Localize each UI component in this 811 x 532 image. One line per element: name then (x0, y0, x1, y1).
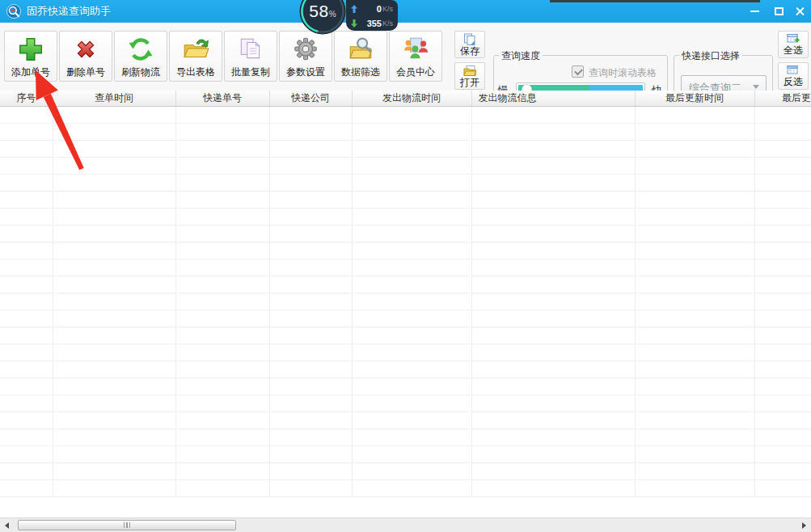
table-cell (471, 412, 635, 429)
table-cell (352, 106, 471, 123)
save-button[interactable]: 保存 (454, 31, 485, 58)
table-cell (635, 429, 754, 445)
button-label: 打开 (460, 78, 479, 88)
table-row (0, 344, 811, 361)
table-cell (53, 344, 175, 361)
member-center-button[interactable]: 会员中心 (389, 31, 442, 82)
table-cell (175, 429, 269, 445)
upload-arrow-icon (351, 5, 357, 13)
table-row (0, 479, 811, 496)
table-cell (352, 412, 471, 429)
button-label: 会员中心 (396, 66, 435, 78)
table-cell (471, 225, 635, 242)
maximize-button[interactable] (771, 4, 787, 19)
table-cell (635, 395, 754, 412)
scrollbar-thumb[interactable] (18, 520, 236, 530)
table-cell (269, 429, 352, 445)
delete-number-button[interactable]: 删除单号 (59, 31, 112, 82)
table-cell (754, 276, 811, 293)
table-cell (471, 123, 635, 140)
add-number-button[interactable]: 添加单号 (4, 31, 57, 82)
background-window-sliver (550, 0, 760, 2)
column-header-last-update-info[interactable]: 最后更新物流 (754, 91, 811, 106)
table-cell (471, 429, 635, 445)
data-filter-button[interactable]: 数据筛选 (334, 31, 387, 82)
table-cell (175, 361, 269, 378)
table-cell (53, 395, 175, 412)
table-row (0, 157, 811, 174)
table-cell (0, 293, 53, 310)
column-header-express-company[interactable]: 快递公司 (269, 91, 352, 106)
table-cell (471, 106, 635, 123)
table-cell (175, 395, 269, 412)
horizontal-scrollbar[interactable] (0, 517, 811, 532)
invert-select-button[interactable]: 反选 (778, 62, 809, 90)
table-cell (352, 479, 471, 496)
table-cell (352, 327, 471, 344)
table-cell (53, 174, 175, 191)
column-header-index[interactable]: 序号 (0, 91, 53, 106)
table-cell (471, 242, 635, 259)
table-cell (635, 412, 754, 429)
column-header-dispatch-info[interactable]: 发出物流信息 (471, 91, 635, 106)
table-cell (175, 310, 269, 327)
table-cell (269, 106, 352, 123)
select-all-button[interactable]: 全选 (778, 31, 809, 58)
scroll-left-button[interactable] (0, 518, 14, 532)
column-header-query-time[interactable]: 查单时间 (53, 91, 175, 106)
results-grid: 序号 查单时间 快递单号 快递公司 发出物流时间 发出物流信息 最后更新时间 最… (0, 91, 811, 517)
scrollbar-grip-icon (124, 522, 131, 528)
gear-icon (292, 36, 319, 63)
table-cell (0, 479, 53, 496)
table-row (0, 361, 811, 378)
table-cell (754, 293, 811, 310)
group-title: 快递接口选择 (679, 49, 742, 63)
table-cell (635, 140, 754, 157)
table-cell (53, 208, 175, 225)
copy-pages-icon (237, 36, 264, 63)
close-button[interactable] (792, 4, 808, 19)
table-cell (175, 106, 269, 123)
table-cell (635, 157, 754, 174)
table-row (0, 462, 811, 479)
open-button[interactable]: 打开 (454, 62, 485, 90)
title-bar[interactable]: 固乔快递查询助手 (0, 0, 811, 23)
net-speed-widget[interactable]: 0 K/s 355 K/s (346, 0, 398, 31)
scroll-table-checkbox[interactable] (572, 65, 584, 78)
table-cell (53, 462, 175, 479)
column-header-last-update-time[interactable]: 最后更新时间 (635, 91, 754, 106)
table-row (0, 106, 811, 123)
table-row (0, 445, 811, 462)
batch-copy-button[interactable]: 批量复制 (224, 31, 277, 82)
table-cell (471, 479, 635, 496)
table-cell (635, 106, 754, 123)
table-cell (0, 445, 53, 462)
table-cell (0, 327, 53, 344)
column-header-dispatch-time[interactable]: 发出物流时间 (352, 91, 471, 106)
table-cell (352, 123, 471, 140)
export-table-button[interactable]: 导出表格 (169, 31, 222, 82)
button-label: 刷新物流 (121, 66, 160, 78)
table-cell (175, 327, 269, 344)
app-window: 固乔快递查询助手 添加单号 删除单号 (0, 0, 811, 532)
settings-button[interactable]: 参数设置 (279, 31, 332, 82)
table-cell (269, 293, 352, 310)
scroll-right-button[interactable] (797, 518, 811, 532)
table-cell (471, 208, 635, 225)
button-label: 添加单号 (11, 66, 50, 78)
table-cell (0, 344, 53, 361)
table-cell (269, 445, 352, 462)
table-cell (635, 479, 754, 496)
table-cell (352, 259, 471, 276)
button-label: 参数设置 (286, 66, 325, 78)
table-cell (53, 259, 175, 276)
minimize-button[interactable] (746, 4, 762, 19)
table-cell (471, 293, 635, 310)
table-row (0, 395, 811, 412)
table-cell (269, 123, 352, 140)
cpu-monitor-widget[interactable]: 58 % (297, 0, 348, 36)
refresh-logistics-button[interactable]: 刷新物流 (114, 31, 167, 82)
column-header-tracking-number[interactable]: 快递单号 (175, 91, 269, 106)
scroll-left-icon (5, 522, 9, 529)
table-cell (635, 378, 754, 395)
